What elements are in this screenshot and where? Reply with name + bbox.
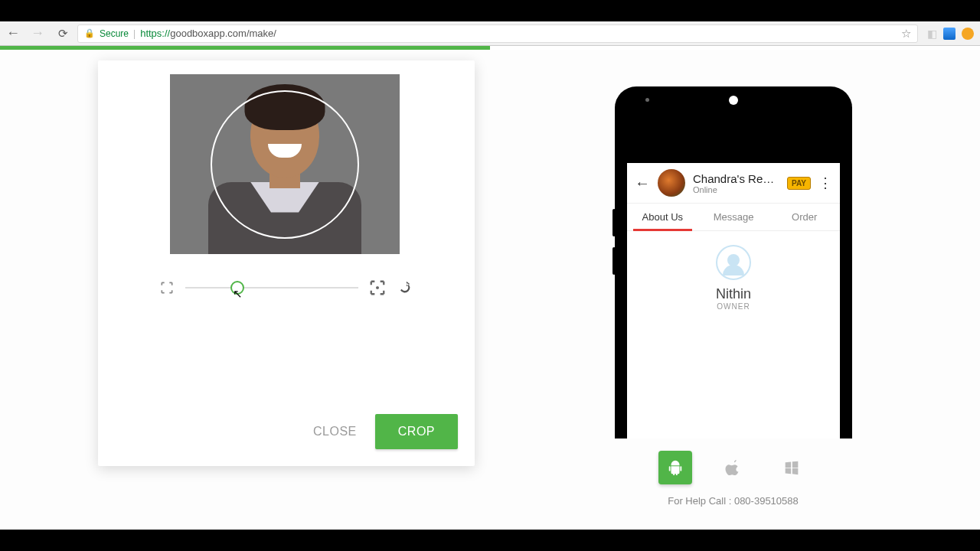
bookmark-star-icon[interactable]: ☆ (901, 27, 911, 41)
extension-icon[interactable]: ◧ (927, 28, 937, 40)
zoom-slider-thumb[interactable] (230, 281, 244, 295)
platform-footer: For Help Call : 080-39510588 (528, 451, 938, 507)
browser-toolbar: ← → ⟳ 🔒 Secure | https://goodboxapp.com/… (0, 21, 980, 46)
back-icon[interactable]: ← (6, 25, 20, 41)
tab-order[interactable]: Order (769, 204, 840, 230)
owner-avatar-placeholder[interactable] (716, 245, 751, 280)
url-text: https://goodboxapp.com/make/ (140, 28, 276, 39)
shop-avatar[interactable] (658, 169, 685, 197)
phone-screen: ← Chandra's Restau... Online PAY ⋮ About… (627, 163, 840, 439)
pay-badge[interactable]: PAY (787, 177, 811, 190)
secure-label: Secure (100, 28, 129, 39)
owner-role: OWNER (627, 302, 840, 311)
shop-status: Online (693, 185, 779, 194)
tab-about-us[interactable]: About Us (627, 204, 698, 230)
zoom-slider[interactable] (185, 287, 358, 289)
windows-icon[interactable] (775, 451, 808, 484)
owner-card: Nithin OWNER (627, 231, 840, 324)
crop-button[interactable]: CROP (375, 414, 458, 449)
android-icon[interactable] (658, 451, 692, 484)
profile-icon[interactable] (962, 28, 974, 40)
help-call-text: For Help Call : 080-39510588 (528, 495, 938, 507)
uploaded-photo[interactable] (189, 74, 381, 254)
crop-image-area[interactable] (170, 74, 400, 254)
phone-preview-frame: ← Chandra's Restau... Online PAY ⋮ About… (615, 86, 852, 439)
rotate-icon[interactable] (397, 280, 412, 295)
tab-message[interactable]: Message (698, 204, 769, 230)
zoom-in-icon[interactable] (369, 279, 386, 296)
more-menu-icon[interactable]: ⋮ (818, 174, 832, 191)
tab-bar: About Us Message Order (627, 204, 840, 231)
reload-icon[interactable]: ⟳ (58, 27, 68, 41)
apple-icon[interactable] (717, 451, 750, 484)
zoom-controls (159, 276, 412, 299)
close-button[interactable]: CLOSE (313, 425, 357, 439)
shop-name: Chandra's Restau... (693, 172, 779, 185)
app-header: ← Chandra's Restau... Online PAY ⋮ (627, 163, 840, 204)
back-arrow-icon[interactable]: ← (635, 174, 650, 192)
extension-icon[interactable] (943, 28, 956, 40)
zoom-out-icon[interactable] (159, 280, 175, 295)
owner-name: Nithin (627, 286, 840, 302)
lock-icon: 🔒 (84, 28, 95, 38)
address-bar[interactable]: 🔒 Secure | https://goodboxapp.com/make/ … (77, 24, 918, 43)
crop-modal: ↖ CLOSE CROP (98, 60, 475, 466)
forward-icon[interactable]: → (31, 25, 44, 41)
